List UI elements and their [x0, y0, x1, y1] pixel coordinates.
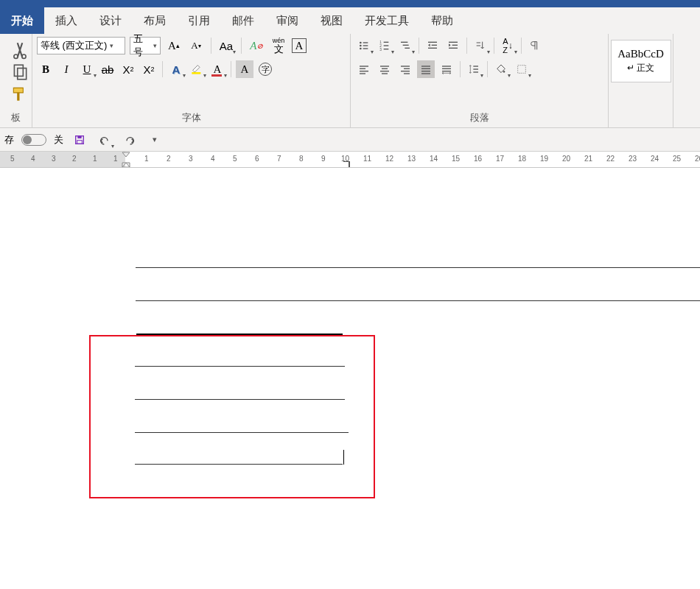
borders-button[interactable]: ▾ [513, 60, 531, 78]
tab-mailings[interactable]: 邮件 [221, 7, 265, 34]
svg-rect-47 [473, 71, 478, 72]
tab-layout[interactable]: 布局 [133, 7, 177, 34]
change-case-button[interactable]: Aa▾ [217, 37, 235, 54]
ruler-tick: 2 [72, 155, 77, 163]
subscript-button[interactable]: X2 [119, 60, 137, 78]
svg-rect-31 [382, 68, 388, 69]
line-spacing-button[interactable]: ▾ [465, 60, 483, 78]
style-normal[interactable]: AaBbCcD ↵ 正文 [611, 40, 671, 82]
character-border-button[interactable]: A [292, 38, 307, 53]
tab-developer[interactable]: 开发工具 [354, 7, 420, 34]
divider [521, 38, 522, 54]
ruler-tick: 26 [695, 155, 700, 163]
divider [466, 38, 467, 54]
ruler-tick: 4 [31, 155, 35, 163]
document-canvas[interactable] [0, 168, 700, 589]
align-left-button[interactable] [355, 60, 373, 78]
distributed-button[interactable] [438, 60, 455, 78]
svg-rect-39 [421, 68, 430, 69]
character-shading-button[interactable]: A [236, 60, 253, 78]
underline-line [135, 399, 345, 400]
ruler-tick: 13 [407, 155, 416, 163]
copy-icon[interactable] [10, 63, 29, 81]
ribbon: 板 等线 (西文正文)▾ 五号▾ A▴ A▾ Aa▾ A⊘ wén 文 A B … [0, 34, 700, 128]
strikethrough-button[interactable]: ab [99, 60, 116, 78]
font-name-combo[interactable]: 等线 (西文正文)▾ [37, 37, 125, 54]
font-color-button[interactable]: A▾ [209, 60, 226, 78]
group-label-font: 字体 [32, 110, 350, 126]
text-effects-button[interactable]: A▾ [167, 60, 185, 78]
tab-view[interactable]: 视图 [309, 7, 354, 34]
ruler-tick: 12 [385, 155, 393, 163]
shading-button[interactable]: ▾ [492, 60, 510, 78]
save-icon[interactable] [71, 131, 88, 149]
justify-button[interactable] [417, 60, 435, 78]
numbering-button[interactable]: 123▾ [376, 37, 393, 54]
multilevel-list-button[interactable]: ▾ [396, 37, 414, 54]
underline-button[interactable]: U▾ [78, 60, 96, 78]
quick-access-toolbar: 存 关 ▾ ▾ [0, 128, 700, 152]
font-size-combo[interactable]: 五号▾ [130, 37, 161, 54]
ruler-tick: 21 [584, 155, 592, 163]
ruler-tick: 5 [233, 155, 237, 163]
divider [241, 38, 242, 54]
svg-point-0 [14, 54, 18, 58]
divider [162, 61, 163, 77]
enclose-characters-button[interactable]: 字 [256, 60, 274, 78]
underline-line [136, 300, 700, 301]
svg-rect-16 [384, 49, 389, 49]
text-direction-button[interactable]: ▾ [472, 37, 489, 54]
group-styles: AaBbCcD ↵ 正文 [609, 34, 673, 127]
horizontal-ruler[interactable]: 5 4 3 2 1 1 1 2 3 4 5 6 7 8 9 10 11 12 1… [0, 152, 700, 168]
align-center-button[interactable] [376, 60, 393, 78]
svg-rect-3 [18, 68, 27, 80]
bullets-button[interactable]: ▾ [355, 37, 373, 54]
tab-help[interactable]: 帮助 [420, 7, 464, 34]
svg-rect-50 [77, 135, 81, 138]
increase-font-size-button[interactable]: A▴ [165, 37, 183, 54]
bold-button[interactable]: B [37, 60, 55, 78]
highlight-button[interactable]: ▾ [188, 60, 206, 78]
align-right-button[interactable] [396, 60, 414, 78]
svg-point-1 [22, 54, 26, 58]
ruler-tick: 16 [474, 155, 482, 163]
ruler-tick: 3 [52, 155, 56, 163]
qat-customize-button[interactable]: ▾ [146, 131, 164, 149]
svg-rect-22 [428, 48, 437, 49]
group-label-paragraph: 段落 [351, 110, 608, 126]
tab-references[interactable]: 引用 [177, 7, 221, 34]
divider [487, 61, 488, 77]
group-clipboard: 板 [0, 34, 32, 127]
ruler-tick: 5 [10, 155, 15, 163]
redo-button[interactable] [121, 131, 139, 149]
divider [231, 61, 231, 77]
cut-icon[interactable] [10, 41, 29, 59]
clear-formatting-button[interactable]: A⊘ [248, 37, 265, 54]
annotation-box [89, 335, 375, 498]
show-paragraph-marks-button[interactable] [526, 37, 544, 54]
tab-stop-icon[interactable] [343, 161, 351, 167]
chevron-down-icon: ▾ [110, 42, 113, 49]
ruler-tick: 6 [255, 155, 259, 163]
superscript-button[interactable]: X2 [140, 60, 158, 78]
group-paragraph: ▾ 123▾ ▾ ▾ AZ↓▾ ▾ ▾ ▾ 段落 [351, 34, 609, 127]
increase-indent-button[interactable] [444, 37, 462, 54]
decrease-font-size-button[interactable]: A▾ [187, 37, 205, 54]
svg-rect-8 [363, 45, 368, 46]
tab-insert[interactable]: 插入 [44, 7, 88, 34]
tab-design[interactable]: 设计 [88, 7, 133, 34]
svg-rect-26 [360, 66, 368, 66]
italic-button[interactable]: I [57, 60, 75, 78]
svg-rect-21 [432, 45, 437, 46]
divider [460, 61, 461, 77]
tab-review[interactable]: 审阅 [265, 7, 309, 34]
text-cursor [343, 450, 344, 465]
sort-button[interactable]: AZ↓▾ [499, 37, 517, 54]
decrease-indent-button[interactable] [424, 37, 441, 54]
autosave-toggle[interactable] [21, 134, 46, 146]
format-painter-icon[interactable] [10, 85, 29, 103]
phonetic-guide-button[interactable]: wén 文 [270, 37, 287, 54]
undo-button[interactable]: ▾ [96, 131, 113, 149]
tab-home[interactable]: 开始 [0, 7, 44, 34]
svg-rect-35 [404, 68, 410, 69]
